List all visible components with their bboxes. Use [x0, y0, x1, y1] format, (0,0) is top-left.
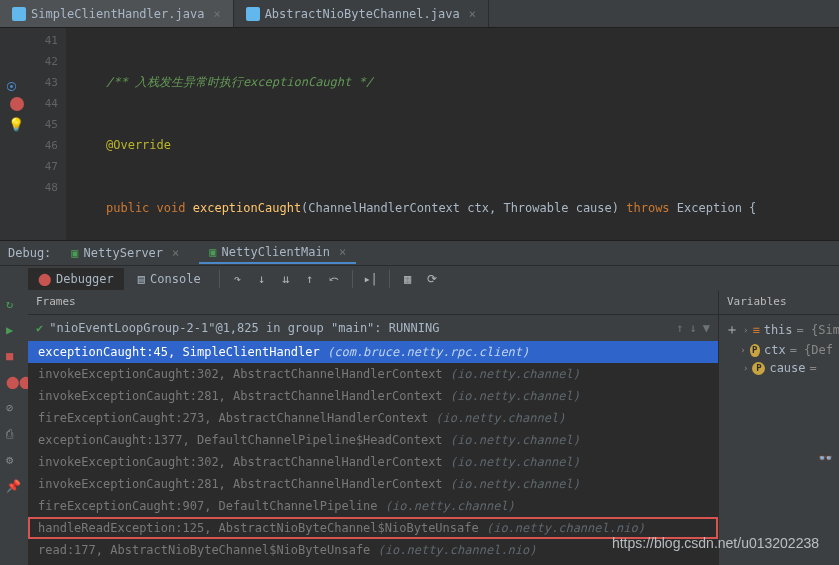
code-editor[interactable]: 41 42 43⦿ 44 45💡 46 47 48 /** 入栈发生异常时执行e… [0, 28, 839, 240]
trace-button[interactable]: ⟳ [422, 269, 442, 289]
frame-row[interactable]: invokeExceptionCaught:302, AbstractChann… [28, 451, 718, 473]
frames-panel: Frames ✔ "nioEventLoopGroup-2-1"@1,825 i… [28, 291, 719, 565]
editor-tabs: SimpleClientHandler.java × AbstractNioBy… [0, 0, 839, 28]
watermark: https://blog.csdn.net/u013202238 [612, 535, 819, 551]
code-area[interactable]: /** 入栈发生异常时执行exceptionCaught */ @Overrid… [66, 28, 839, 240]
glasses-icon[interactable]: 👓 [818, 451, 833, 465]
frame-row[interactable]: exceptionCaught:1377, DefaultChannelPipe… [28, 429, 718, 451]
frame-row[interactable]: exceptionCaught:45, SimpleClientHandler … [28, 341, 718, 363]
frame-row[interactable]: invokeExceptionCaught:281, AbstractChann… [28, 473, 718, 495]
line-number: 48 [28, 177, 58, 198]
step-out-button[interactable]: ↑ [300, 269, 320, 289]
separator [352, 270, 353, 288]
close-icon[interactable]: × [172, 246, 179, 260]
stop-button[interactable]: ■ [6, 349, 22, 365]
frame-row[interactable]: fireExceptionCaught:273, AbstractChannel… [28, 407, 718, 429]
tab-label: SimpleClientHandler.java [31, 7, 204, 21]
comment: /** 入栈发生异常时执行exceptionCaught */ [76, 75, 373, 89]
tab-label: AbstractNioByteChannel.java [265, 7, 460, 21]
run-icon: ▣ [71, 246, 78, 260]
get-thread-dump-button[interactable]: ⎙ [6, 427, 22, 443]
debug-label: Debug: [8, 246, 51, 260]
close-icon[interactable]: × [469, 7, 476, 21]
debug-config-nettyserver[interactable]: ▣ NettyServer × [61, 243, 189, 263]
java-file-icon [12, 7, 26, 21]
debug-body: ↻ ▶ ■ ⬤⬤ ⊘ ⎙ ⚙ 📌 Frames ✔ "nioEventLoopG… [0, 291, 839, 565]
thread-selector[interactable]: ✔ "nioEventLoopGroup-2-1"@1,825 in group… [28, 315, 718, 341]
line-number: 46 [28, 135, 58, 156]
frames-list[interactable]: exceptionCaught:45, SimpleClientHandler … [28, 341, 718, 565]
tab-abstractniobytechannel[interactable]: AbstractNioByteChannel.java × [234, 0, 489, 27]
variables-header: Variables [719, 291, 839, 315]
code-line: public void exceptionCaught(ChannelHandl… [66, 198, 839, 219]
line-number: 47 [28, 156, 58, 177]
plus-icon: ＋ [725, 321, 739, 339]
check-icon: ✔ [36, 321, 43, 335]
debugger-toolbar: ⬤Debugger ▤Console ↷ ↓ ⇊ ↑ ⤺ ▸| ▦ ⟳ [0, 265, 839, 291]
line-number: 43⦿ [28, 72, 58, 93]
rerun-button[interactable]: ↻ [6, 297, 22, 313]
close-icon[interactable]: × [213, 7, 220, 21]
debug-toolwindow-header: Debug: ▣ NettyServer × ▣ NettyClientMain… [0, 240, 839, 265]
settings-button[interactable]: ⚙ [6, 453, 22, 469]
tab-debugger[interactable]: ⬤Debugger [28, 268, 124, 290]
variables-list[interactable]: ＋›≡ this = {Sim ›P ctx = {Def ›P cause =… [719, 315, 839, 381]
frame-row[interactable]: invokeExceptionCaught:302, AbstractChann… [28, 363, 718, 385]
debug-config-nettyclientmain[interactable]: ▣ NettyClientMain × [199, 242, 356, 264]
variable-row[interactable]: ›P cause = [725, 359, 833, 377]
tab-simpleclienthandler[interactable]: SimpleClientHandler.java × [0, 0, 234, 27]
line-number: 44 [28, 93, 58, 114]
drop-frame-button[interactable]: ⤺ [324, 269, 344, 289]
breakpoint-icon[interactable] [10, 97, 24, 111]
debug-side-toolbar: ↻ ▶ ■ ⬤⬤ ⊘ ⎙ ⚙ 📌 [0, 291, 28, 565]
breakpoints-button[interactable]: ⬤⬤ [6, 375, 22, 391]
run-icon: ▣ [209, 245, 216, 259]
line-gutter: 41 42 43⦿ 44 45💡 46 47 48 [28, 28, 66, 240]
variable-row[interactable]: ›P ctx = {Def [725, 341, 833, 359]
tab-label: Debugger [56, 272, 114, 286]
resume-button[interactable]: ▶ [6, 323, 22, 339]
next-frame-button[interactable]: ↓ [690, 321, 697, 335]
tab-console[interactable]: ▤Console [128, 268, 211, 290]
mute-breakpoints-button[interactable]: ⊘ [6, 401, 22, 417]
separator [389, 270, 390, 288]
console-icon: ▤ [138, 272, 145, 286]
variables-panel: Variables ＋›≡ this = {Sim ›P ctx = {Def … [719, 291, 839, 565]
thread-label: "nioEventLoopGroup-2-1"@1,825 in group "… [49, 321, 439, 335]
java-file-icon [246, 7, 260, 21]
tab-label: Console [150, 272, 201, 286]
frames-header: Frames [28, 291, 718, 315]
force-step-into-button[interactable]: ⇊ [276, 269, 296, 289]
line-number: 42 [28, 51, 58, 72]
pin-button[interactable]: 📌 [6, 479, 22, 495]
bulb-icon[interactable]: 💡 [8, 114, 24, 135]
line-number: 41 [28, 30, 58, 51]
annotation: @Override [76, 138, 171, 152]
new-watch-button[interactable]: ＋›≡ this = {Sim [725, 319, 833, 341]
prev-frame-button[interactable]: ↑ [676, 321, 683, 335]
close-icon[interactable]: × [339, 245, 346, 259]
bug-icon: ⬤ [38, 272, 51, 286]
frame-row[interactable]: fireExceptionCaught:907, DefaultChannelP… [28, 495, 718, 517]
config-label: NettyServer [84, 246, 163, 260]
evaluate-button[interactable]: ▦ [398, 269, 418, 289]
frame-row[interactable]: invokeExceptionCaught:281, AbstractChann… [28, 385, 718, 407]
step-over-button[interactable]: ↷ [228, 269, 248, 289]
filter-button[interactable]: ▼ [703, 321, 710, 335]
step-into-button[interactable]: ↓ [252, 269, 272, 289]
separator [219, 270, 220, 288]
config-label: NettyClientMain [222, 245, 330, 259]
line-number: 45💡 [28, 114, 58, 135]
run-to-cursor-button[interactable]: ▸| [361, 269, 381, 289]
